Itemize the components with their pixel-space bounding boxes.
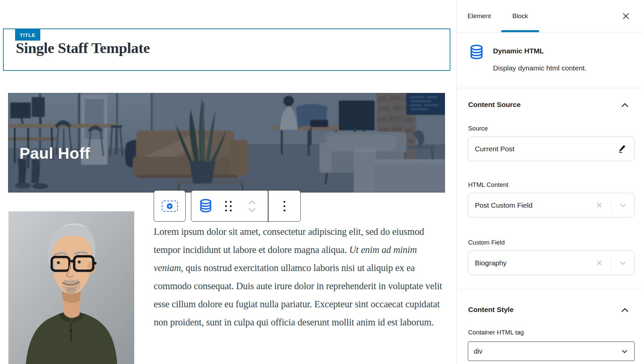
editor-canvas: TITLE Single Staff Template: [0, 0, 456, 364]
clear-custom-field-button[interactable]: [596, 260, 611, 266]
collapse-content-style-button[interactable]: [620, 306, 630, 314]
office-photo: [8, 93, 445, 193]
combobox-controls: [596, 193, 635, 217]
sidebar-divider: [457, 88, 643, 88]
bio-text-2: quis nostrud exercitation ullamco labori…: [154, 263, 442, 327]
chevron-down-icon: [620, 261, 626, 265]
open-html-content-dropdown[interactable]: [611, 203, 634, 207]
hero-cover-block[interactable]: Paul Hoff: [8, 93, 445, 193]
move-down-icon: [248, 208, 256, 212]
container-html-tag-value: div: [474, 348, 622, 355]
post-title[interactable]: Single Staff Template: [16, 39, 150, 57]
drag-handle[interactable]: [220, 191, 236, 221]
html-content-value: Post Custom Field: [475, 201, 596, 209]
block-card-title: Dynamic HTML: [493, 47, 544, 55]
staff-photo-block[interactable]: [8, 211, 134, 364]
chevron-up-icon: [621, 308, 629, 312]
open-custom-field-dropdown[interactable]: [611, 261, 634, 265]
source-value: Current Post: [475, 145, 617, 153]
ellipsis-icon: [284, 201, 285, 211]
source-label: Source: [468, 125, 488, 132]
container-html-tag-select[interactable]: div: [468, 342, 635, 361]
clear-html-content-button[interactable]: [596, 202, 611, 208]
toolbar-parent-group: [154, 190, 186, 222]
biography-paragraph[interactable]: Lorem ipsum dolor sit amet, consectetur …: [154, 223, 448, 331]
chevron-up-icon: [621, 103, 629, 107]
block-card-description: Display dynamic html content.: [493, 64, 587, 72]
tab-block[interactable]: Block: [501, 0, 539, 32]
combobox-controls: [596, 251, 635, 275]
clear-x-icon: [596, 260, 602, 266]
settings-sidebar: Element Block Dynamic HTML Display dynam: [456, 0, 643, 364]
block-type-badge: TITLE: [15, 29, 40, 41]
database-icon: [199, 199, 213, 214]
block-mover[interactable]: [236, 191, 268, 221]
sidebar-tabs: Element Block: [457, 0, 643, 33]
panel-title-content-style: Content Style: [468, 306, 513, 314]
edit-source-button[interactable]: [617, 145, 626, 153]
custom-field-label: Custom Field: [468, 239, 505, 246]
wordpress-block-editor: TITLE Single Staff Template: [0, 0, 643, 364]
options-menu-button[interactable]: [268, 191, 301, 221]
toolbar-block-group: [191, 190, 301, 222]
html-content-label: HTML Content: [468, 181, 508, 189]
move-up-icon: [248, 200, 256, 205]
close-icon: [622, 12, 630, 20]
dynamic-html-block-icon: [469, 44, 484, 62]
clear-x-icon: [596, 202, 602, 208]
html-content-combobox[interactable]: Post Custom Field: [468, 193, 635, 217]
custom-field-value: Biography: [475, 259, 596, 267]
custom-field-combobox[interactable]: Biography: [468, 251, 635, 275]
panel-title-content-source: Content Source: [468, 101, 521, 109]
drag-dots-icon: [225, 201, 232, 211]
staff-portrait: [8, 211, 134, 364]
container-html-tag-label: Container HTML tag: [468, 329, 524, 336]
post-title-block[interactable]: TITLE Single Staff Template: [3, 29, 450, 71]
source-field[interactable]: Current Post: [468, 137, 635, 161]
collapse-content-source-button[interactable]: [620, 101, 630, 109]
close-sidebar-button[interactable]: [621, 11, 631, 21]
chevron-down-icon: [622, 350, 628, 353]
template-part-plus-icon: [162, 201, 178, 212]
sidebar-divider: [457, 289, 643, 290]
block-toolbar: [154, 190, 301, 222]
pencil-icon: [617, 145, 626, 153]
chevron-down-icon: [620, 203, 626, 207]
select-template-part-button[interactable]: [162, 191, 178, 221]
staff-name-overlay[interactable]: Paul Hoff: [19, 144, 90, 162]
block-type-button[interactable]: [191, 191, 220, 221]
tab-element[interactable]: Element: [462, 0, 496, 32]
